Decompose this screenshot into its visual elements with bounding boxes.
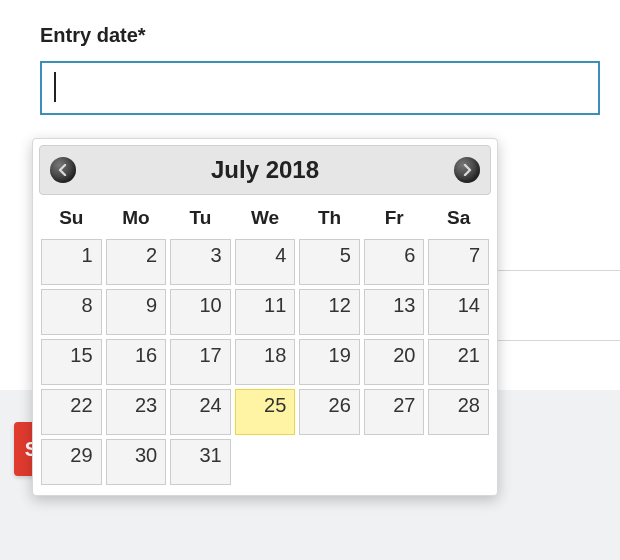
calendar-day[interactable]: 3 xyxy=(170,239,231,285)
calendar-day[interactable]: 4 xyxy=(235,239,296,285)
calendar-day[interactable]: 27 xyxy=(364,389,425,435)
calendar-days-grid: 1234567891011121314151617181920212223242… xyxy=(39,239,491,489)
entry-date-input[interactable] xyxy=(40,61,600,115)
weekday-header-row: SuMoTuWeThFrSa xyxy=(39,203,491,239)
weekday-header: Mo xyxy=(106,207,167,229)
chevron-left-icon xyxy=(58,164,68,176)
calendar-day[interactable]: 28 xyxy=(428,389,489,435)
calendar-day[interactable]: 13 xyxy=(364,289,425,335)
calendar-day[interactable]: 6 xyxy=(364,239,425,285)
calendar-day[interactable]: 19 xyxy=(299,339,360,385)
calendar-day[interactable]: 5 xyxy=(299,239,360,285)
calendar-day[interactable]: 7 xyxy=(428,239,489,285)
calendar-day[interactable]: 1 xyxy=(41,239,102,285)
chevron-right-icon xyxy=(462,164,472,176)
calendar-day[interactable]: 9 xyxy=(106,289,167,335)
calendar-day[interactable]: 15 xyxy=(41,339,102,385)
month-year-title: July 2018 xyxy=(211,156,319,184)
calendar-day[interactable]: 11 xyxy=(235,289,296,335)
calendar-day[interactable]: 21 xyxy=(428,339,489,385)
calendar-day[interactable]: 31 xyxy=(170,439,231,485)
calendar-day[interactable]: 26 xyxy=(299,389,360,435)
weekday-header: Tu xyxy=(170,207,231,229)
calendar-day[interactable]: 12 xyxy=(299,289,360,335)
calendar-day[interactable]: 14 xyxy=(428,289,489,335)
calendar-header: July 2018 xyxy=(39,145,491,195)
calendar-day[interactable]: 20 xyxy=(364,339,425,385)
prev-month-button[interactable] xyxy=(50,157,76,183)
calendar-day[interactable]: 2 xyxy=(106,239,167,285)
calendar-day[interactable]: 17 xyxy=(170,339,231,385)
weekday-header: Su xyxy=(41,207,102,229)
calendar-day[interactable]: 8 xyxy=(41,289,102,335)
divider xyxy=(490,270,620,271)
weekday-header: Th xyxy=(299,207,360,229)
next-month-button[interactable] xyxy=(454,157,480,183)
entry-date-label: Entry date* xyxy=(40,24,620,47)
calendar-day[interactable]: 23 xyxy=(106,389,167,435)
calendar-day[interactable]: 29 xyxy=(41,439,102,485)
weekday-header: We xyxy=(235,207,296,229)
calendar-day[interactable]: 30 xyxy=(106,439,167,485)
calendar-day[interactable]: 22 xyxy=(41,389,102,435)
weekday-header: Sa xyxy=(428,207,489,229)
text-cursor xyxy=(54,72,56,102)
divider xyxy=(490,340,620,341)
calendar-day[interactable]: 10 xyxy=(170,289,231,335)
calendar-day[interactable]: 18 xyxy=(235,339,296,385)
calendar-day[interactable]: 24 xyxy=(170,389,231,435)
calendar-day[interactable]: 16 xyxy=(106,339,167,385)
calendar-day[interactable]: 25 xyxy=(235,389,296,435)
datepicker-popup: July 2018 SuMoTuWeThFrSa 123456789101112… xyxy=(32,138,498,496)
weekday-header: Fr xyxy=(364,207,425,229)
